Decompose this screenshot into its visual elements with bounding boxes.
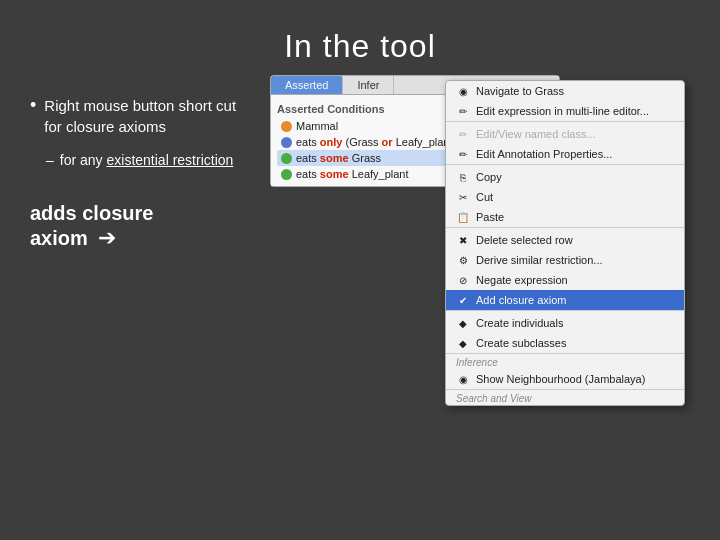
cm-add-closure-icon: ✔: [456, 293, 470, 307]
cm-negate[interactable]: ⊘ Negate expression: [446, 270, 684, 290]
cm-inference-label: Inference: [446, 356, 684, 369]
sub-bullet-text-1: for any existential restriction: [60, 151, 234, 171]
slide-title-area: In the tool: [0, 0, 720, 85]
adds-closure-line2: axiom: [30, 226, 88, 250]
icon-green-eats-grass: [281, 153, 292, 164]
cm-cut-icon: ✂: [456, 190, 470, 204]
cm-edit-annotation[interactable]: ✏ Edit Annotation Properties...: [446, 144, 684, 165]
cm-edit-named-icon: ✏: [456, 127, 470, 141]
slide-title: In the tool: [0, 28, 720, 65]
cm-show-neighbourhood[interactable]: ◉ Show Neighbourhood (Jambalaya): [446, 369, 684, 390]
axiom-text-eats-grass: eats some Grass: [296, 152, 381, 164]
cm-delete-icon: ✖: [456, 233, 470, 247]
cm-create-subclasses-label: Create subclasses: [476, 337, 567, 349]
sub-bullet-1: – for any existential restriction: [46, 151, 240, 171]
cm-edit-multi-icon: ✏: [456, 104, 470, 118]
cm-create-individuals-icon: ◆: [456, 316, 470, 330]
bullet-text-1: Right mouse button short cut for closure…: [44, 95, 240, 137]
cm-copy[interactable]: ⎘ Copy: [446, 167, 684, 187]
cm-create-individuals-label: Create individuals: [476, 317, 563, 329]
left-panel: • Right mouse button short cut for closu…: [30, 85, 240, 251]
cm-cut[interactable]: ✂ Cut: [446, 187, 684, 207]
cm-edit-multi[interactable]: ✏ Edit expression in multi-line editor..…: [446, 101, 684, 122]
cm-copy-label: Copy: [476, 171, 502, 183]
cm-navigate[interactable]: ◉ Navigate to Grass: [446, 81, 684, 101]
right-panel: Asserted Infer Asserted Conditions Mamma…: [260, 75, 690, 251]
cm-paste[interactable]: 📋 Paste: [446, 207, 684, 228]
adds-closure-line1: adds closure: [30, 201, 240, 225]
cm-create-subclasses[interactable]: ◆ Create subclasses: [446, 333, 684, 354]
adds-closure-section: adds closure axiom ➔: [30, 201, 240, 251]
slide-container: In the tool • Right mouse button short c…: [0, 0, 720, 540]
cm-derive-icon: ⚙: [456, 253, 470, 267]
cm-edit-named-label: Edit/View named class...: [476, 128, 596, 140]
cm-cut-label: Cut: [476, 191, 493, 203]
icon-orange-mammal: [281, 121, 292, 132]
tab-asserted[interactable]: Asserted: [271, 76, 343, 94]
arrow-right-icon: ➔: [98, 225, 116, 251]
cm-delete[interactable]: ✖ Delete selected row: [446, 230, 684, 250]
cm-copy-icon: ⎘: [456, 170, 470, 184]
cm-paste-label: Paste: [476, 211, 504, 223]
context-menu[interactable]: ◉ Navigate to Grass ✏ Edit expression in…: [445, 80, 685, 406]
bullet-dot-1: •: [30, 95, 36, 137]
cm-derive-label: Derive similar restriction...: [476, 254, 603, 266]
cm-edit-annotation-label: Edit Annotation Properties...: [476, 148, 612, 160]
axiom-text-mammal: Mammal: [296, 120, 338, 132]
content-area: • Right mouse button short cut for closu…: [0, 85, 720, 251]
bullet-1: • Right mouse button short cut for closu…: [30, 95, 240, 137]
cm-search-view-label: Search and View: [446, 392, 684, 405]
cm-add-closure-label: Add closure axiom: [476, 294, 567, 306]
cm-add-closure[interactable]: ✔ Add closure axiom: [446, 290, 684, 311]
cm-navigate-label: Navigate to Grass: [476, 85, 564, 97]
cm-delete-label: Delete selected row: [476, 234, 573, 246]
cm-show-neighbourhood-icon: ◉: [456, 372, 470, 386]
cm-show-neighbourhood-label: Show Neighbourhood (Jambalaya): [476, 373, 645, 385]
cm-create-subclasses-icon: ◆: [456, 336, 470, 350]
cm-negate-label: Negate expression: [476, 274, 568, 286]
icon-green-eats-leafy: [281, 169, 292, 180]
cm-navigate-icon: ◉: [456, 84, 470, 98]
sub-dash-1: –: [46, 151, 54, 171]
cm-create-individuals[interactable]: ◆ Create individuals: [446, 313, 684, 333]
cm-edit-multi-label: Edit expression in multi-line editor...: [476, 105, 649, 117]
cm-paste-icon: 📋: [456, 210, 470, 224]
axiom-text-eats-leafy: eats some Leafy_plant: [296, 168, 409, 180]
cm-edit-named: ✏ Edit/View named class...: [446, 124, 684, 144]
underline-text: existential restriction: [107, 152, 234, 168]
tab-infer[interactable]: Infer: [343, 76, 394, 94]
cm-derive[interactable]: ⚙ Derive similar restriction...: [446, 250, 684, 270]
axiom-text-eats-only: eats only (Grass or Leafy_plant): [296, 136, 456, 148]
cm-edit-annotation-icon: ✏: [456, 147, 470, 161]
icon-blue-eats-only: [281, 137, 292, 148]
cm-negate-icon: ⊘: [456, 273, 470, 287]
